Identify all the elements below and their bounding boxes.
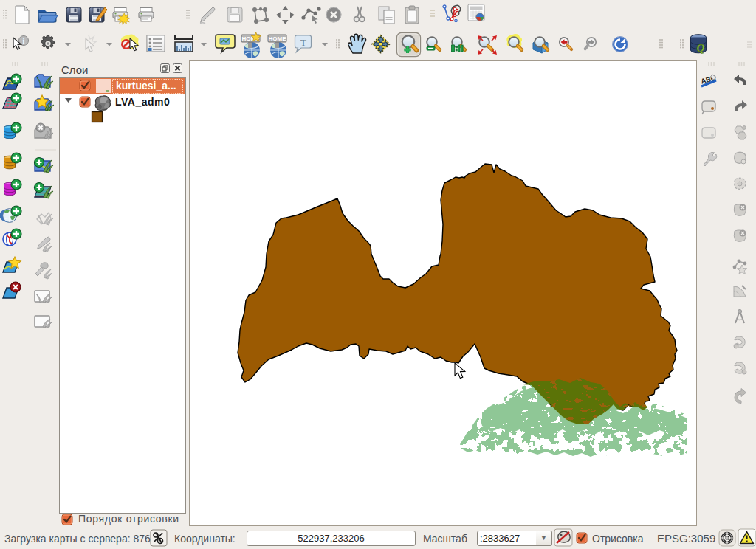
svg-text:HOME: HOME — [269, 35, 287, 42]
svg-text:Q: Q — [697, 42, 705, 54]
svg-text:i: i — [23, 37, 25, 45]
svg-text:T: T — [300, 37, 306, 48]
